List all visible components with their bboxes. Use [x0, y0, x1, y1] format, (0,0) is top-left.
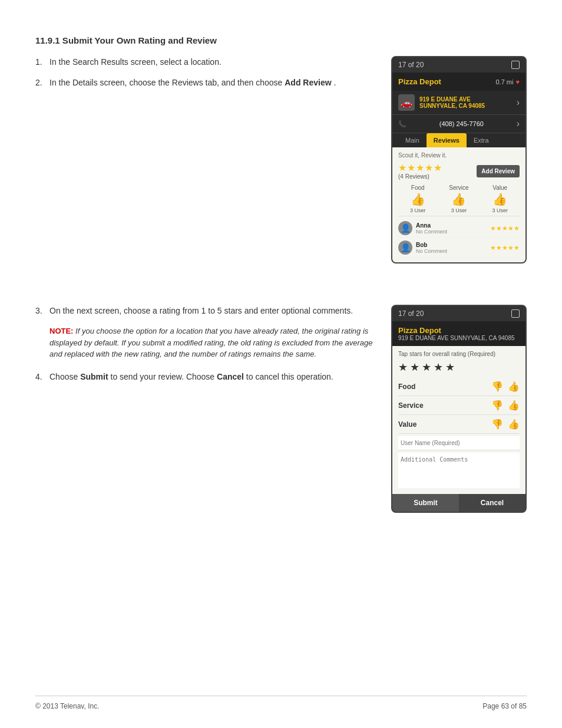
food-col: Food 👍 3 User — [410, 185, 426, 213]
phone-icon: 📞 — [398, 120, 406, 128]
service-col: Service 👍 3 User — [449, 185, 468, 213]
review-section: Scout it, Review it. ★★★★★ (4 Reviews) A… — [392, 147, 525, 262]
phone2-pizza-name: Pizza Depot — [398, 326, 520, 335]
step-2: 2. In the Details screen, choose the Rev… — [35, 77, 379, 89]
phone-screen-2: 17 of 20 Pizza Depot 919 E DUANE AVE SUN… — [391, 305, 527, 513]
anna-comment: No Comment — [416, 229, 487, 235]
step-2-text-before: In the Details screen, choose the Review… — [49, 78, 285, 87]
food-thumbs-up[interactable]: 👍 — [508, 381, 520, 392]
food-label: Food — [411, 185, 425, 191]
food-user-count: 3 User — [410, 207, 426, 213]
anna-name: Anna — [416, 222, 487, 229]
phone2-header: 17 of 20 — [392, 306, 525, 321]
service-thumbs-icon: 👍 — [451, 192, 466, 206]
food-form-row: Food 👎 👍 — [398, 377, 520, 396]
step-2-num: 2. — [35, 77, 42, 89]
value-thumbs-down[interactable]: 👎 — [491, 419, 503, 430]
service-label: Service — [449, 185, 468, 191]
username-input[interactable] — [398, 436, 520, 450]
divider — [398, 216, 520, 216]
service-form-row: Service 👎 👍 — [398, 396, 520, 415]
overall-stars: ★★★★★ — [398, 162, 442, 173]
value-label: Value — [492, 185, 507, 191]
reviews-count: (4 Reviews) — [398, 173, 429, 180]
tab-row: Main Reviews Extra — [392, 133, 525, 147]
phone-screen-1: 17 of 20 Pizza Depot 0.7 mi ♥ 🚗 919 E DU… — [391, 56, 527, 263]
rating-row: ★★★★★ (4 Reviews) Add Review — [398, 162, 520, 180]
food-thumbs-icon: 👍 — [411, 192, 425, 206]
star-4[interactable]: ★ — [434, 361, 443, 374]
anna-info: Anna No Comment — [416, 222, 487, 235]
step-2-text-after: . — [334, 78, 336, 87]
phone2-address: 919 E DUANE AVE SUNNYVALE, CA 94085 — [398, 335, 520, 341]
rating-stars-area: ★★★★★ (4 Reviews) — [398, 162, 442, 180]
form-section: Tap stars for overall rating (Required) … — [392, 346, 525, 494]
comments-input[interactable] — [398, 453, 520, 488]
section-title: 11.9.1 Submit Your Own Rating and Review — [35, 35, 527, 45]
review-row-bob: 👤 Bob No Comment ★★★★★ — [398, 238, 520, 258]
step-3-text: On the next screen, choose a rating from… — [49, 306, 353, 315]
scout-text: Scout it, Review it. — [398, 152, 520, 159]
form-food-label: Food — [398, 383, 415, 391]
footer-copyright: © 2013 Telenav, Inc. — [35, 702, 99, 710]
service-thumbs-down[interactable]: 👎 — [491, 400, 503, 411]
star-5[interactable]: ★ — [445, 361, 455, 374]
pizza-address: 919 E DUANE AVESUNNYVALE, CA 94085 — [419, 96, 517, 109]
value-thumbs-icon: 👍 — [492, 192, 507, 206]
phone2-count: 17 of 20 — [398, 309, 424, 318]
step-3: 3. On the next screen, choose a rating f… — [35, 305, 379, 317]
step-4-bold2: Cancel — [217, 372, 244, 381]
note-text: If you choose the option for a location … — [49, 327, 372, 358]
step-4: 4. Choose Submit to send your review. Ch… — [35, 371, 379, 383]
bob-name: Bob — [416, 242, 487, 248]
step-4-bold1: Submit — [80, 372, 108, 381]
phone-mockup-2: 17 of 20 Pizza Depot 919 E DUANE AVE SUN… — [391, 305, 527, 513]
form-buttons-row: Submit Cancel — [392, 494, 525, 512]
bob-stars: ★★★★★ — [490, 244, 520, 252]
chevron-right-icon: › — [517, 97, 520, 108]
footer-page-number: Page 63 of 85 — [482, 702, 527, 710]
value-thumbs-up[interactable]: 👍 — [508, 419, 520, 430]
food-thumbs-down[interactable]: 👎 — [491, 381, 503, 392]
footer: © 2013 Telenav, Inc. Page 63 of 85 — [35, 696, 527, 710]
form-service-label: Service — [398, 401, 424, 410]
form-value-label: Value — [398, 420, 416, 429]
cancel-button[interactable]: Cancel — [459, 494, 525, 512]
phone-mockup-1: 17 of 20 Pizza Depot 0.7 mi ♥ 🚗 919 E DU… — [391, 56, 527, 275]
step-4-text-after: to cancel this operation. — [246, 372, 333, 381]
anna-avatar: 👤 — [398, 221, 412, 235]
pizza-phone-row: 📞 (408) 245-7760 › — [392, 115, 525, 133]
service-user-count: 3 User — [451, 207, 467, 213]
phone2-pizza-name-row: Pizza Depot 919 E DUANE AVE SUNNYVALE, C… — [392, 321, 525, 346]
star-1[interactable]: ★ — [398, 361, 408, 374]
food-rating-thumbs: 👎 👍 — [491, 381, 520, 392]
tab-reviews[interactable]: Reviews — [427, 133, 467, 147]
value-col: Value 👍 3 User — [492, 185, 508, 213]
phone2-square-icon — [511, 309, 520, 318]
tap-stars-text: Tap stars for overall rating (Required) — [398, 351, 520, 357]
pizza-address-row: 🚗 919 E DUANE AVESUNNYVALE, CA 94085 › — [392, 91, 525, 115]
bob-info: Bob No Comment — [416, 242, 487, 254]
submit-button[interactable]: Submit — [392, 494, 459, 512]
step-4-num: 4. — [35, 371, 42, 383]
step-2-bold: Add Review — [285, 78, 331, 87]
pizza-distance: 0.7 mi ♥ — [496, 78, 520, 85]
tab-extra[interactable]: Extra — [467, 133, 496, 147]
star-3[interactable]: ★ — [422, 361, 431, 374]
chevron-right-icon-2: › — [517, 118, 520, 129]
star-2[interactable]: ★ — [410, 361, 419, 374]
review-row-anna: 👤 Anna No Comment ★★★★★ — [398, 219, 520, 238]
service-thumbs-up[interactable]: 👍 — [508, 400, 520, 411]
step-1-num: 1. — [35, 56, 42, 68]
phone1-count: 17 of 20 — [398, 61, 424, 69]
pizza-name: Pizza Depot — [398, 77, 441, 86]
value-form-row: Value 👎 👍 — [398, 415, 520, 434]
tab-main[interactable]: Main — [398, 133, 427, 147]
phone1-square-icon — [511, 61, 520, 69]
steps-text-column-2: 3. On the next screen, choose a rating f… — [35, 305, 379, 513]
add-review-button[interactable]: Add Review — [477, 165, 520, 177]
heart-icon: ♥ — [515, 78, 520, 85]
phone1-header: 17 of 20 — [392, 57, 525, 73]
pizza-name-row: Pizza Depot 0.7 mi ♥ — [392, 73, 525, 91]
fsu-row: Food 👍 3 User Service 👍 3 User Value 👍 — [398, 185, 520, 213]
